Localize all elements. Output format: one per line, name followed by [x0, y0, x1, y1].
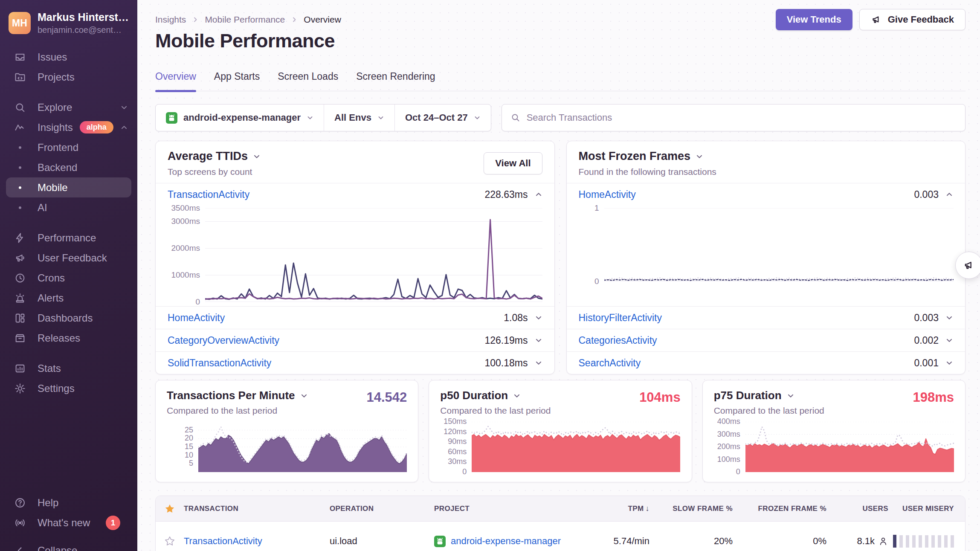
sidebar-item-alerts[interactable]: Alerts: [0, 288, 137, 308]
give-feedback-label: Give Feedback: [888, 14, 954, 25]
sidebar-collapse-button[interactable]: Collapse: [0, 540, 137, 551]
expand-row-icon[interactable]: [945, 314, 953, 322]
column-header-transaction[interactable]: TRANSACTION: [184, 505, 330, 513]
sidebar-item-explore[interactable]: Explore: [0, 97, 137, 117]
sidebar-item-dashboards[interactable]: Dashboards: [0, 308, 137, 328]
expand-row-icon[interactable]: [535, 314, 542, 322]
frozen-row-homeactivity: HomeActivity 0.003: [567, 183, 966, 206]
transaction-link[interactable]: CategoryOverviewActivity: [168, 335, 279, 346]
chevron-down-icon: [696, 153, 703, 160]
date-range-selector[interactable]: Oct 24–Oct 27: [394, 104, 491, 131]
average-ttids-panel: Average TTIDs Top screens by count View …: [155, 141, 555, 374]
row-value: 126.19ms: [484, 335, 528, 346]
sidebar-item-issues[interactable]: Issues: [0, 47, 137, 67]
expand-row-icon[interactable]: [945, 336, 953, 344]
panel-title-row[interactable]: Average TTIDs: [168, 150, 261, 163]
breadcrumb-insights[interactable]: Insights: [155, 14, 186, 25]
sidebar-item-label: Mobile: [38, 182, 68, 194]
sidebar-item-whats-new[interactable]: What's new 1: [0, 513, 137, 533]
collapse-row-icon[interactable]: [535, 191, 542, 198]
bullet-icon: [14, 186, 26, 189]
sidebar-item-help[interactable]: Help: [0, 493, 137, 513]
breadcrumb: Insights Mobile Performance Overview: [155, 14, 341, 25]
dashboards-icon: [14, 312, 26, 325]
ttid-row-solidtransactionactivity: SolidTransactionActivity 100.18ms: [156, 351, 554, 374]
sidebar-bottom: Help What's new 1 Collapse: [0, 493, 137, 551]
column-header-tpm[interactable]: TPM↓: [577, 504, 649, 513]
y-tick-label: 10: [185, 451, 193, 460]
transaction-link[interactable]: TransactionActivity: [184, 536, 262, 546]
breadcrumb-mobile-performance[interactable]: Mobile Performance: [205, 14, 285, 25]
sidebar-item-backend[interactable]: Backend: [0, 157, 137, 177]
tab-screen-rendering[interactable]: Screen Rendering: [356, 71, 435, 91]
column-header-users[interactable]: USERS: [826, 505, 888, 513]
y-tick-label: 5: [189, 459, 193, 468]
star-toggle[interactable]: [156, 536, 184, 547]
give-feedback-button[interactable]: Give Feedback: [859, 9, 966, 30]
sidebar-item-crons[interactable]: Crons: [0, 268, 137, 288]
chevron-down-icon: [120, 104, 128, 111]
sidebar-item-insights[interactable]: Insights alpha: [0, 117, 137, 137]
sidebar-item-projects[interactable]: Projects: [0, 67, 137, 87]
column-header-project[interactable]: PROJECT: [434, 505, 577, 513]
sidebar-item-settings[interactable]: Settings: [0, 378, 137, 398]
ttid-chart-plot: 3500ms3000ms2000ms1000ms0: [168, 208, 542, 302]
chevron-down-icon: [377, 114, 384, 121]
y-axis: 10: [579, 208, 604, 281]
expand-row-icon[interactable]: [535, 336, 542, 344]
transaction-link[interactable]: TransactionActivity: [168, 189, 249, 200]
p75-value: 198ms: [913, 390, 954, 405]
ttid-chart: 3500ms3000ms2000ms1000ms0: [156, 206, 554, 306]
collapse-row-icon[interactable]: [945, 191, 953, 198]
star-header-icon[interactable]: [156, 503, 184, 514]
transaction-link[interactable]: SolidTransactionActivity: [168, 357, 271, 369]
view-all-button[interactable]: View All: [484, 152, 542, 174]
project-link[interactable]: android-expense-manager: [451, 536, 561, 547]
project-selector[interactable]: android-expense-manager: [156, 104, 324, 131]
user-email: benjamin.coe@sent…: [38, 25, 129, 35]
expand-row-icon[interactable]: [945, 359, 953, 367]
view-trends-button[interactable]: View Trends: [776, 9, 852, 30]
p75-chart-plot: 400ms300ms200ms100ms0: [714, 422, 954, 472]
sidebar-item-frontend[interactable]: Frontend: [0, 137, 137, 157]
sidebar-item-label: User Feedback: [38, 252, 107, 264]
tab-overview[interactable]: Overview: [155, 71, 196, 91]
floating-feedback-button[interactable]: [955, 252, 980, 279]
sidebar-item-ai[interactable]: AI: [0, 197, 137, 218]
column-header-slow-frame[interactable]: SLOW FRAME %: [649, 505, 733, 513]
transaction-link[interactable]: HomeActivity: [579, 189, 636, 200]
transaction-link[interactable]: HistoryFilterActivity: [579, 312, 662, 324]
bullet-icon: [14, 206, 26, 209]
project-cell: android-expense-manager: [434, 536, 577, 547]
environment-selector[interactable]: All Envs: [324, 104, 394, 131]
sidebar-item-mobile[interactable]: Mobile: [6, 177, 131, 197]
column-header-operation[interactable]: OPERATION: [330, 505, 434, 513]
y-tick-label: 2000ms: [171, 244, 200, 253]
users-count: 8.1k: [857, 536, 875, 547]
transaction-link[interactable]: CategoriesActivity: [579, 335, 657, 346]
transaction-link[interactable]: HomeActivity: [168, 312, 225, 324]
bar-chart-icon: [14, 362, 26, 375]
row-value: 0.002: [914, 335, 939, 346]
y-tick-label: 200ms: [717, 442, 740, 451]
y-tick-label: 3000ms: [171, 217, 200, 226]
transaction-link[interactable]: SearchActivity: [579, 357, 641, 369]
tab-screen-loads[interactable]: Screen Loads: [278, 71, 338, 91]
panel-title-row[interactable]: Most Frozen Frames: [579, 150, 716, 163]
metric-cards-row: Transactions Per Minute 14.542 Compared …: [155, 380, 966, 482]
sidebar-item-stats[interactable]: Stats: [0, 358, 137, 378]
tab-app-starts[interactable]: App Starts: [214, 71, 260, 91]
y-axis: 400ms300ms200ms100ms0: [714, 422, 745, 472]
header-actions: View Trends Give Feedback: [776, 9, 966, 30]
sidebar-item-label: AI: [38, 202, 47, 214]
user-menu[interactable]: MH Markus Hinterst… benjamin.coe@sent…: [0, 0, 137, 43]
user-info: Markus Hinterst… benjamin.coe@sent…: [38, 11, 129, 35]
expand-row-icon[interactable]: [535, 359, 542, 367]
sidebar-item-releases[interactable]: Releases: [0, 328, 137, 348]
column-header-frozen-frame[interactable]: FROZEN FRAME %: [733, 505, 826, 513]
search-input[interactable]: [527, 112, 957, 123]
sidebar-item-performance[interactable]: Performance: [0, 228, 137, 248]
sidebar-item-user-feedback[interactable]: User Feedback: [0, 248, 137, 268]
panels-row: Average TTIDs Top screens by count View …: [155, 141, 966, 374]
column-header-user-misery[interactable]: USER MISERY: [888, 505, 965, 513]
